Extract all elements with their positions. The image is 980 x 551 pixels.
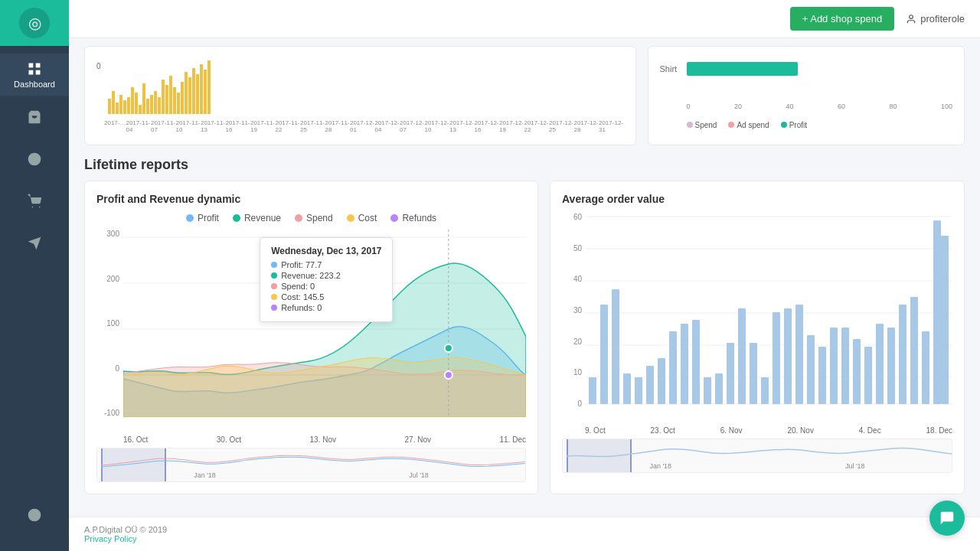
sidebar-item-marketing[interactable] (0, 222, 69, 264)
svg-rect-39 (761, 377, 769, 404)
sidebar-item-dashboard[interactable]: Dashboard (0, 54, 69, 96)
bar (112, 91, 115, 114)
right-mini-nav-svg (567, 441, 952, 464)
adspend-legend-dot (728, 122, 734, 128)
sidebar-item-label: Dashboard (14, 80, 55, 89)
avg-order-chart-panel: Average order value 60 50 40 30 20 10 0 (550, 181, 965, 494)
bag-icon (27, 109, 42, 125)
privacy-policy-link[interactable]: Privacy Policy (84, 534, 136, 543)
left-mini-navigator[interactable]: Jan '18 Jul '18 (96, 448, 526, 482)
chat-button[interactable] (929, 500, 965, 536)
legend-cost-label: Cost (358, 213, 377, 223)
svg-rect-27 (623, 373, 631, 404)
profit-revenue-title: Profit and Revenue dynamic (96, 193, 526, 205)
avg-y-axis: 60 50 40 30 20 10 0 (562, 213, 585, 408)
bar (123, 100, 126, 114)
bar (158, 97, 161, 114)
svg-rect-53 (922, 331, 929, 404)
avg-order-chart-area: 60 50 40 30 20 10 0 (562, 213, 952, 435)
sidebar-item-cart[interactable] (0, 180, 69, 222)
bar (192, 68, 195, 114)
shirt-bar-container (687, 62, 953, 81)
timeline-bars (108, 73, 624, 114)
svg-rect-37 (738, 308, 746, 404)
svg-rect-52 (910, 297, 918, 404)
profit-circle (186, 214, 194, 222)
legend-cost: Cost (347, 213, 377, 223)
timeline-chart-card: 0 (84, 46, 636, 145)
shirt-chart-card: Shirt 0 20 40 60 80 100 Spend Ad spe (648, 46, 965, 145)
svg-rect-3 (36, 70, 41, 74)
svg-rect-55 (941, 236, 949, 404)
bar (200, 64, 203, 114)
svg-rect-54 (933, 220, 941, 404)
bar (150, 95, 153, 114)
timeline-dates: 2017-… 2017-11-04 2017-11-07 2017-11-10 … (104, 119, 624, 133)
tooltip-refunds-dot (271, 305, 277, 311)
legend-profit: Profit (186, 213, 219, 223)
svg-rect-44 (818, 347, 826, 404)
megaphone-icon (27, 236, 42, 251)
bar (181, 82, 184, 114)
profit-chart-area: 300 200 100 0 -100 (96, 230, 526, 444)
right-mini-navigator[interactable]: Jan '18 Jul '18 (562, 439, 952, 473)
sidebar-navigation: Dashboard (0, 54, 69, 494)
bar (162, 80, 165, 114)
svg-rect-29 (646, 366, 654, 404)
sidebar-item-revenue[interactable] (0, 138, 69, 180)
legend-spend-label: Spend (306, 213, 333, 223)
bar (108, 99, 111, 114)
legend-refunds-label: Refunds (402, 213, 436, 223)
user-icon (906, 14, 916, 24)
add-spend-button[interactable]: + Add shop spend (790, 7, 894, 31)
tooltip-spend-dot (271, 283, 277, 289)
svg-rect-45 (830, 328, 838, 404)
bar (169, 76, 172, 114)
chart-tooltip: Wednesday, Dec 13, 2017 Profit: 77.7 Rev… (260, 237, 393, 322)
svg-rect-30 (658, 358, 665, 404)
tooltip-date: Wednesday, Dec 13, 2017 (271, 246, 381, 256)
mini-nav-svg (101, 450, 526, 473)
dollar-icon (27, 152, 42, 167)
svg-rect-42 (795, 305, 803, 404)
x-axis-labels-left: 16. Oct 30. Oct 13. Nov 27. Nov 11. Dec (123, 435, 526, 444)
legend-refunds: Refunds (390, 213, 436, 223)
svg-rect-34 (704, 377, 711, 404)
refunds-circle (390, 214, 398, 222)
bar (146, 99, 149, 114)
user-menu[interactable]: profiterole (906, 13, 965, 24)
legend-profit-label: Profit (198, 213, 219, 223)
sidebar-item-help[interactable] (27, 494, 42, 536)
svg-rect-26 (612, 289, 619, 404)
tooltip-cost-dot (271, 294, 277, 300)
sidebar-bottom (27, 494, 42, 551)
bar (177, 93, 180, 114)
sidebar-item-orders[interactable] (0, 96, 69, 138)
bar (119, 95, 122, 114)
help-icon (27, 507, 42, 523)
svg-rect-25 (600, 305, 608, 404)
shirt-x-axis: 0 20 40 60 80 100 (687, 103, 953, 110)
topbar: + Add shop spend profiterole (69, 0, 980, 38)
svg-rect-31 (669, 331, 677, 404)
user-label: profiterole (920, 13, 965, 24)
svg-rect-47 (853, 339, 861, 404)
tooltip-row-revenue: Revenue: 223.2 (271, 271, 381, 280)
legend-revenue-label: Revenue (244, 213, 281, 223)
spend-legend-dot (687, 122, 693, 128)
tooltip-row-cost: Cost: 145.5 (271, 292, 381, 302)
svg-rect-46 (841, 328, 849, 404)
svg-rect-51 (899, 305, 906, 404)
svg-rect-36 (727, 343, 734, 404)
avg-x-axis: 9. Oct 23. Oct 6. Nov 20. Nov 4. Dec 18.… (585, 426, 952, 435)
bar (142, 83, 145, 114)
profit-revenue-chart-panel: Profit and Revenue dynamic Profit Revenu… (84, 181, 538, 494)
svg-rect-43 (807, 335, 815, 404)
copyright: A.P.Digital OÜ © 2019 (84, 525, 167, 534)
bar (139, 105, 142, 114)
svg-rect-33 (692, 320, 700, 404)
footer: A.P.Digital OÜ © 2019 Privacy Policy (69, 517, 980, 551)
svg-rect-49 (876, 324, 884, 404)
shirt-chart: Shirt 0 20 40 60 80 100 Spend Ad spe (660, 58, 953, 133)
svg-rect-50 (887, 328, 895, 404)
